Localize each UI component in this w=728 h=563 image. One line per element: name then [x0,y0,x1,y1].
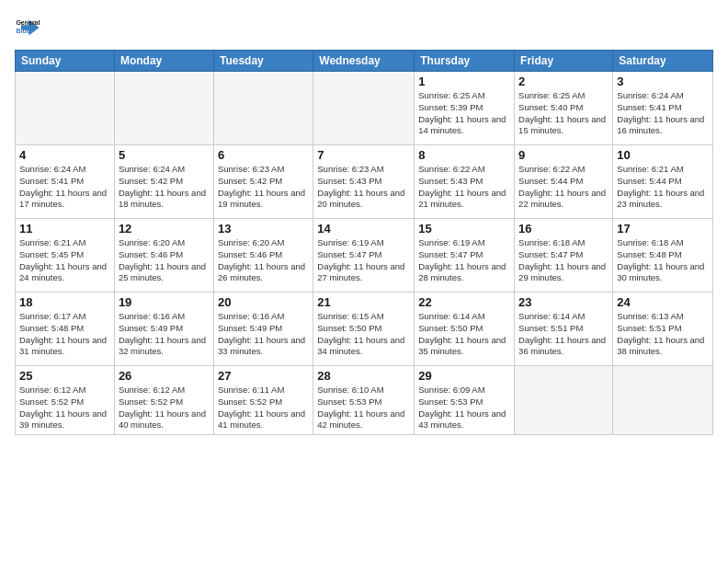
day-info: Sunrise: 6:21 AM Sunset: 5:45 PM Dayligh… [19,237,110,284]
calendar-cell: 12Sunrise: 6:20 AM Sunset: 5:46 PM Dayli… [114,219,213,293]
calendar-cell: 3Sunrise: 6:24 AM Sunset: 5:41 PM Daylig… [613,72,713,145]
calendar-cell [16,72,115,145]
calendar-cell: 24Sunrise: 6:13 AM Sunset: 5:51 PM Dayli… [613,293,713,366]
calendar-cell: 6Sunrise: 6:23 AM Sunset: 5:42 PM Daylig… [213,145,313,219]
calendar-cell: 21Sunrise: 6:15 AM Sunset: 5:50 PM Dayli… [313,293,415,366]
calendar-cell: 13Sunrise: 6:20 AM Sunset: 5:46 PM Dayli… [213,219,313,293]
calendar-cell: 15Sunrise: 6:19 AM Sunset: 5:47 PM Dayli… [415,219,515,293]
calendar-week-row: 11Sunrise: 6:21 AM Sunset: 5:45 PM Dayli… [16,219,713,293]
day-info: Sunrise: 6:14 AM Sunset: 5:51 PM Dayligh… [518,311,609,358]
logo-icon: General Blue [15,15,40,40]
day-info: Sunrise: 6:23 AM Sunset: 5:42 PM Dayligh… [218,164,309,211]
day-info: Sunrise: 6:12 AM Sunset: 5:52 PM Dayligh… [119,385,210,431]
calendar-cell: 20Sunrise: 6:16 AM Sunset: 5:49 PM Dayli… [213,293,313,366]
logo: General Blue [15,15,44,40]
calendar-table: SundayMondayTuesdayWednesdayThursdayFrid… [15,50,713,435]
calendar-cell: 19Sunrise: 6:16 AM Sunset: 5:49 PM Dayli… [114,293,213,366]
calendar-cell: 7Sunrise: 6:23 AM Sunset: 5:43 PM Daylig… [313,145,415,219]
day-info: Sunrise: 6:24 AM Sunset: 5:42 PM Dayligh… [119,164,210,211]
calendar-cell: 27Sunrise: 6:11 AM Sunset: 5:52 PM Dayli… [213,366,313,435]
day-info: Sunrise: 6:24 AM Sunset: 5:41 PM Dayligh… [19,164,110,211]
day-info: Sunrise: 6:19 AM Sunset: 5:47 PM Dayligh… [418,237,510,284]
calendar-cell [515,366,613,435]
calendar-week-row: 4Sunrise: 6:24 AM Sunset: 5:41 PM Daylig… [16,145,713,219]
day-number: 23 [518,295,609,309]
calendar-cell: 23Sunrise: 6:14 AM Sunset: 5:51 PM Dayli… [515,293,613,366]
calendar-cell [114,72,213,145]
svg-text:Blue: Blue [16,28,29,34]
calendar-cell: 22Sunrise: 6:14 AM Sunset: 5:50 PM Dayli… [415,293,515,366]
day-number: 1 [418,75,510,88]
calendar-cell [613,366,713,435]
day-number: 21 [317,295,410,309]
day-header-tuesday: Tuesday [213,51,313,72]
page: General Blue SundayMondayTuesdayWednesda… [0,0,728,563]
day-number: 29 [418,369,510,383]
day-info: Sunrise: 6:19 AM Sunset: 5:47 PM Dayligh… [317,237,410,284]
calendar-cell: 28Sunrise: 6:10 AM Sunset: 5:53 PM Dayli… [313,366,415,435]
day-number: 15 [418,222,510,236]
calendar-cell: 17Sunrise: 6:18 AM Sunset: 5:48 PM Dayli… [613,219,713,293]
day-number: 24 [617,295,709,309]
day-info: Sunrise: 6:10 AM Sunset: 5:53 PM Dayligh… [317,385,410,431]
calendar-week-row: 25Sunrise: 6:12 AM Sunset: 5:52 PM Dayli… [16,366,713,435]
calendar-cell: 10Sunrise: 6:21 AM Sunset: 5:44 PM Dayli… [613,145,713,219]
header: General Blue [15,15,713,40]
day-number: 14 [317,222,410,236]
day-number: 10 [617,148,709,162]
day-info: Sunrise: 6:16 AM Sunset: 5:49 PM Dayligh… [119,311,210,358]
day-info: Sunrise: 6:21 AM Sunset: 5:44 PM Dayligh… [617,164,709,211]
day-info: Sunrise: 6:25 AM Sunset: 5:40 PM Dayligh… [518,90,609,137]
day-number: 6 [218,148,309,162]
day-number: 16 [518,222,609,236]
day-info: Sunrise: 6:14 AM Sunset: 5:50 PM Dayligh… [418,311,510,358]
day-info: Sunrise: 6:17 AM Sunset: 5:48 PM Dayligh… [19,311,110,358]
day-info: Sunrise: 6:20 AM Sunset: 5:46 PM Dayligh… [218,237,309,284]
day-header-monday: Monday [114,51,213,72]
day-header-wednesday: Wednesday [313,51,415,72]
day-number: 18 [19,295,110,309]
day-header-sunday: Sunday [16,51,115,72]
calendar-cell: 14Sunrise: 6:19 AM Sunset: 5:47 PM Dayli… [313,219,415,293]
day-number: 9 [518,148,609,162]
day-info: Sunrise: 6:24 AM Sunset: 5:41 PM Dayligh… [617,90,709,137]
day-number: 27 [218,369,309,383]
day-info: Sunrise: 6:20 AM Sunset: 5:46 PM Dayligh… [119,237,210,284]
calendar-header-row: SundayMondayTuesdayWednesdayThursdayFrid… [16,51,713,72]
calendar-week-row: 1Sunrise: 6:25 AM Sunset: 5:39 PM Daylig… [16,72,713,145]
calendar-cell: 16Sunrise: 6:18 AM Sunset: 5:47 PM Dayli… [515,219,613,293]
day-header-thursday: Thursday [415,51,515,72]
calendar-cell: 18Sunrise: 6:17 AM Sunset: 5:48 PM Dayli… [16,293,115,366]
day-info: Sunrise: 6:18 AM Sunset: 5:48 PM Dayligh… [617,237,709,284]
day-info: Sunrise: 6:16 AM Sunset: 5:49 PM Dayligh… [218,311,309,358]
calendar-cell: 29Sunrise: 6:09 AM Sunset: 5:53 PM Dayli… [415,366,515,435]
day-number: 4 [19,148,110,162]
day-info: Sunrise: 6:18 AM Sunset: 5:47 PM Dayligh… [518,237,609,284]
day-info: Sunrise: 6:23 AM Sunset: 5:43 PM Dayligh… [317,164,410,211]
day-number: 11 [19,222,110,236]
calendar-cell: 9Sunrise: 6:22 AM Sunset: 5:44 PM Daylig… [515,145,613,219]
day-info: Sunrise: 6:25 AM Sunset: 5:39 PM Dayligh… [418,90,510,137]
day-info: Sunrise: 6:11 AM Sunset: 5:52 PM Dayligh… [218,385,309,431]
day-info: Sunrise: 6:12 AM Sunset: 5:52 PM Dayligh… [19,385,110,431]
day-number: 22 [418,295,510,309]
calendar-week-row: 18Sunrise: 6:17 AM Sunset: 5:48 PM Dayli… [16,293,713,366]
day-info: Sunrise: 6:22 AM Sunset: 5:44 PM Dayligh… [518,164,609,211]
day-info: Sunrise: 6:09 AM Sunset: 5:53 PM Dayligh… [418,385,510,431]
day-header-friday: Friday [515,51,613,72]
day-number: 20 [218,295,309,309]
day-number: 2 [518,75,609,88]
day-number: 17 [617,222,709,236]
day-info: Sunrise: 6:22 AM Sunset: 5:43 PM Dayligh… [418,164,510,211]
calendar-cell: 8Sunrise: 6:22 AM Sunset: 5:43 PM Daylig… [415,145,515,219]
day-number: 28 [317,369,410,383]
day-info: Sunrise: 6:15 AM Sunset: 5:50 PM Dayligh… [317,311,410,358]
calendar-cell [313,72,415,145]
calendar-cell: 26Sunrise: 6:12 AM Sunset: 5:52 PM Dayli… [114,366,213,435]
day-number: 5 [119,148,210,162]
calendar-cell: 4Sunrise: 6:24 AM Sunset: 5:41 PM Daylig… [16,145,115,219]
day-number: 25 [19,369,110,383]
calendar-cell: 2Sunrise: 6:25 AM Sunset: 5:40 PM Daylig… [515,72,613,145]
calendar-cell: 1Sunrise: 6:25 AM Sunset: 5:39 PM Daylig… [415,72,515,145]
day-number: 12 [119,222,210,236]
